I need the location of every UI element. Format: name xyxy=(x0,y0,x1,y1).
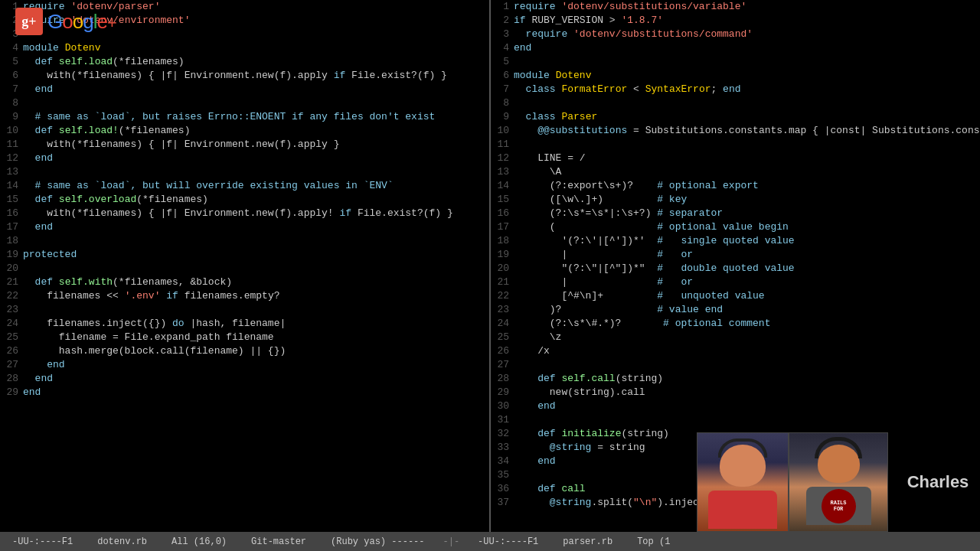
code-line: 18 '(?:\'|[^'])*' # single quoted value xyxy=(491,234,980,248)
code-line: 23 xyxy=(0,303,489,317)
rails-badge: RAILSFOR xyxy=(822,489,856,523)
right-mode-label: Top (1 xyxy=(631,536,676,547)
code-line: 17 ( # optional value begin xyxy=(491,220,980,234)
webcam-right: RAILSFOR xyxy=(789,432,888,532)
code-line: 28 def self.call(string) xyxy=(491,372,980,386)
code-line: 31 xyxy=(491,413,980,427)
left-mode: All (16,0) xyxy=(165,536,233,547)
webcam-container: RAILSFOR xyxy=(697,432,980,532)
code-line: 6module Dotenv xyxy=(491,69,980,83)
code-line: 17 end xyxy=(0,220,489,234)
code-line: 7 class FormatError < SyntaxError; end xyxy=(491,83,980,96)
google-plus-text: Google+ xyxy=(47,10,116,34)
code-line: 10 @@substitutions = Substitutions.const… xyxy=(491,124,980,138)
code-line: 18 xyxy=(0,234,489,248)
person-head-left xyxy=(720,445,766,487)
person-head-right xyxy=(818,445,860,483)
code-line: 16 with(*filenames) { |f| Environment.ne… xyxy=(0,207,489,220)
person-left xyxy=(697,433,788,531)
code-line: 22 [^#\n]+ # unquoted value xyxy=(491,289,980,303)
google-plus-icon: g+ xyxy=(15,8,43,35)
code-line: 21 def self.with(*filenames, &block) xyxy=(0,276,489,289)
person-right: RAILSFOR xyxy=(789,433,887,531)
code-line: 10 def self.load!(*filenames) xyxy=(0,124,489,138)
code-line: 11 xyxy=(491,138,980,152)
code-line: 11 with(*filenames) { |f| Environment.ne… xyxy=(0,138,489,152)
person-body-right: RAILSFOR xyxy=(806,487,871,525)
left-code-area: 1require 'dotenv/parser' 2require 'doten… xyxy=(0,0,489,532)
code-line: 20 xyxy=(0,262,489,276)
code-line: 19 | # or xyxy=(491,248,980,262)
code-line: 5 def self.load(*filenames) xyxy=(0,55,489,69)
code-line: 23 )? # value end xyxy=(491,303,980,317)
code-line: 4end xyxy=(491,41,980,55)
code-line: 12 end xyxy=(0,152,489,165)
code-line: 26 hash.merge(block.call(filename) || {}… xyxy=(0,344,489,358)
code-line: 14 (?:export\s+)? # optional export xyxy=(491,179,980,193)
google-plus-overlay: g+ Google+ xyxy=(15,8,116,35)
code-line: 24 filenames.inject({}) do |hash, filena… xyxy=(0,317,489,331)
code-line: 16 (?:\s*=\s*|:\s+?) # separator xyxy=(491,207,980,220)
code-line: 20 "(?:\"|[^"])*" # double quoted value xyxy=(491,262,980,276)
code-line: 7 end xyxy=(0,83,489,96)
code-line: 9 # same as `load`, but raises Errno::EN… xyxy=(0,110,489,124)
code-line: 15 ([\w\.]+) # key xyxy=(491,193,980,207)
code-line: 6 with(*filenames) { |f| Environment.new… xyxy=(0,69,489,83)
code-line: 13 xyxy=(0,165,489,179)
code-line: 21 | # or xyxy=(491,276,980,289)
code-line: 27 end xyxy=(0,358,489,372)
left-lang: (Ruby yas) ------ xyxy=(325,536,430,547)
code-line: 5 xyxy=(491,55,980,69)
code-line: 27 xyxy=(491,358,980,372)
person-body-left xyxy=(708,491,777,529)
code-line: 29 new(string).call xyxy=(491,386,980,399)
left-filename: dotenv.rb xyxy=(91,536,153,547)
code-line: 22 filenames << '.env' if filenames.empt… xyxy=(0,289,489,303)
left-branch: Git-master xyxy=(245,536,312,547)
code-line: 29end xyxy=(0,386,489,399)
code-line: 4module Dotenv xyxy=(0,41,489,55)
code-line: 15 def self.overload(*filenames) xyxy=(0,193,489,207)
code-line: 3 require 'dotenv/substitutions/command' xyxy=(491,28,980,41)
left-status-mode: -UU-:----F1 xyxy=(6,536,79,547)
code-line: 14 # same as `load`, but will override e… xyxy=(0,179,489,193)
code-line: 8 xyxy=(0,96,489,110)
code-line: 1require 'dotenv/substitutions/variable' xyxy=(491,0,980,14)
code-line: 30 end xyxy=(491,399,980,413)
webcam-left xyxy=(697,432,789,532)
status-bar-left: -UU-:----F1 dotenv.rb All (16,0) Git-mas… xyxy=(6,536,974,547)
code-line: 8 xyxy=(491,96,980,110)
code-line: 13 \A xyxy=(491,165,980,179)
left-pane: 1require 'dotenv/parser' 2require 'doten… xyxy=(0,0,489,532)
code-line: 25 filename = File.expand_path filename xyxy=(0,331,489,344)
status-bar: -UU-:----F1 dotenv.rb All (16,0) Git-mas… xyxy=(0,532,980,551)
right-filename: parser.rb xyxy=(557,536,619,547)
code-line: 25 \z xyxy=(491,331,980,344)
code-line: 9 class Parser xyxy=(491,110,980,124)
right-status-mode: -UU-:----F1 xyxy=(472,536,544,547)
code-line: 12 LINE = / xyxy=(491,152,980,165)
code-line: 19protected xyxy=(0,248,489,262)
code-line: 28 end xyxy=(0,372,489,386)
code-line: 24 (?:\s*\#.*)? # optional comment xyxy=(491,317,980,331)
code-line: 2if RUBY_VERSION > '1.8.7' xyxy=(491,14,980,28)
code-line: 26 /x xyxy=(491,344,980,358)
